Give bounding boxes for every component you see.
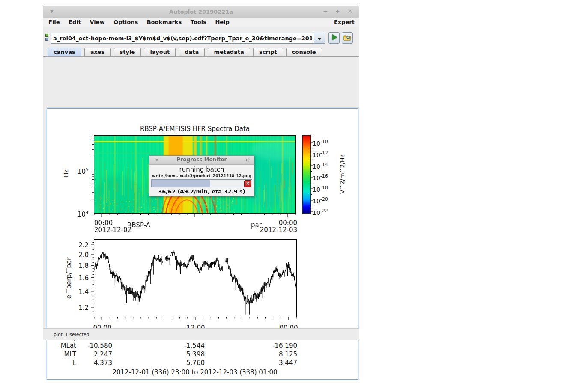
table-cell: 2.247 bbox=[69, 350, 112, 358]
menu-options[interactable]: Options bbox=[110, 18, 141, 26]
line-plot-title-fragment-left: RBSP-A bbox=[127, 221, 150, 229]
table-cell: 8.125 bbox=[254, 350, 297, 358]
caret-down-icon bbox=[317, 38, 322, 40]
uri-dropdown-button[interactable] bbox=[314, 33, 325, 44]
uri-input[interactable] bbox=[51, 33, 314, 44]
line-plot-title-fragment-right: par bbox=[251, 221, 262, 229]
go-button[interactable] bbox=[328, 32, 340, 44]
tab-data[interactable]: data bbox=[179, 48, 205, 56]
table-cell: 3.447 bbox=[254, 359, 297, 367]
menu-file[interactable]: File bbox=[45, 18, 63, 26]
colorbar-tick: 10-14 bbox=[313, 162, 337, 169]
colorbar-tick: 10-18 bbox=[313, 185, 337, 193]
progress-monitor-dialog[interactable]: ▼ Progress Monitor × running batch write… bbox=[149, 155, 254, 196]
menubar: File Edit View Options Bookmarks Tools H… bbox=[43, 18, 359, 27]
time-range-label: 2012-12-01 (336) 23:00 to 2012-12-03 (33… bbox=[94, 368, 295, 376]
tab-canvas[interactable]: canvas bbox=[48, 48, 81, 56]
colorbar-tick: 10-20 bbox=[313, 196, 337, 204]
colorbar-tick: 10-16 bbox=[313, 173, 337, 181]
line-ytick: 2.2 bbox=[67, 241, 89, 248]
menu-edit[interactable]: Edit bbox=[65, 18, 84, 26]
dialog-titlebar[interactable]: ▼ Progress Monitor × bbox=[149, 156, 254, 165]
dialog-title: Progress Monitor bbox=[149, 157, 254, 163]
colorbar-tick: 10-10 bbox=[313, 139, 337, 146]
menu-tools[interactable]: Tools bbox=[187, 18, 210, 26]
tab-console[interactable]: console bbox=[286, 48, 322, 56]
table-cell: -1.544 bbox=[162, 342, 205, 350]
tab-script[interactable]: script bbox=[253, 48, 283, 56]
datasource-icon bbox=[45, 34, 49, 42]
desktop: ▼ Autoplot 20190221a − + ✕ File Edit Vie… bbox=[0, 0, 576, 392]
address-toolbar bbox=[43, 27, 359, 48]
expert-mode-label[interactable]: Expert bbox=[334, 19, 355, 25]
menu-view[interactable]: View bbox=[87, 18, 108, 26]
progress-task-label: running batch bbox=[149, 166, 254, 173]
table-cell: 5.760 bbox=[162, 359, 205, 367]
menu-help[interactable]: Help bbox=[212, 18, 233, 26]
table-cell: 4.373 bbox=[69, 359, 112, 367]
tab-style[interactable]: style bbox=[114, 48, 141, 56]
tab-bar: canvas axes style layout data metadata s… bbox=[43, 48, 359, 56]
dialog-close-icon[interactable]: × bbox=[245, 157, 250, 163]
progress-cancel-button[interactable]: × bbox=[244, 180, 251, 187]
progress-detail-label: write /hom...walk3/product_20121218_12.p… bbox=[149, 174, 254, 178]
minimize-button[interactable]: − bbox=[322, 8, 329, 15]
window-controls: − + ✕ bbox=[319, 8, 354, 15]
tab-metadata[interactable]: metadata bbox=[208, 48, 250, 56]
window-titlebar[interactable]: ▼ Autoplot 20190221a − + ✕ bbox=[43, 6, 359, 18]
spectrogram-ytick: 104 bbox=[67, 210, 89, 217]
tab-layout[interactable]: layout bbox=[144, 48, 176, 56]
table-cell: -16.190 bbox=[254, 342, 297, 350]
colorbar-tick: 10-22 bbox=[313, 208, 337, 216]
line-plot[interactable] bbox=[94, 239, 297, 317]
maximize-button[interactable]: + bbox=[334, 8, 341, 15]
close-button[interactable]: ✕ bbox=[346, 8, 354, 15]
window-title: Autoplot 20190221a bbox=[43, 9, 359, 15]
menu-bookmarks[interactable]: Bookmarks bbox=[143, 18, 185, 26]
tab-axes[interactable]: axes bbox=[84, 48, 111, 56]
line-ytick: 1.2 bbox=[67, 304, 89, 311]
plot-title: RBSP-A/EMFISIS HFR Spectra Data bbox=[94, 125, 295, 133]
line-ylabel: e Tperp/Tpar bbox=[65, 252, 72, 304]
table-cell: -10.580 bbox=[69, 342, 112, 350]
colorbar-tick: 10-12 bbox=[313, 150, 337, 158]
folder-search-icon bbox=[343, 34, 351, 41]
colorbar-axis-label: V^2/m^2/Hz bbox=[339, 136, 346, 213]
colorbar bbox=[302, 135, 311, 214]
progress-bar: × bbox=[151, 179, 252, 187]
progress-bar-fill bbox=[152, 180, 210, 187]
autoplot-window: ▼ Autoplot 20190221a − + ✕ File Edit Vie… bbox=[43, 6, 359, 339]
play-icon bbox=[332, 34, 337, 40]
spectrogram-xtick-start: 00:00 2012-12-02 bbox=[94, 220, 131, 233]
progress-status-label: 36/62 (49.2/min, eta 32.9 s) bbox=[149, 187, 254, 196]
inspect-button[interactable] bbox=[342, 32, 353, 44]
status-text: plot_1 selected bbox=[54, 332, 90, 337]
status-bar: plot_1 selected bbox=[43, 328, 359, 340]
table-cell: 5.398 bbox=[162, 350, 205, 358]
line-plot-canvas[interactable] bbox=[94, 240, 296, 317]
spectrogram-ytick: 105 bbox=[67, 167, 89, 174]
